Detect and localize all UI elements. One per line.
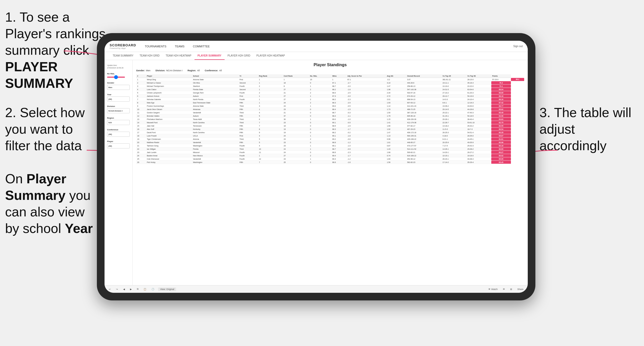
filters-row: Gender: Men Division: NCAA Division I Re… bbox=[136, 69, 524, 72]
toolbar-paste[interactable]: 📋 bbox=[142, 287, 148, 291]
sub-nav-team-h2h-heatmap[interactable]: TEAM H2H HEATMAP bbox=[163, 52, 195, 60]
sub-nav-player-summary[interactable]: PLAYER SUMMARY bbox=[195, 52, 225, 60]
cell-25-8: -1.6 bbox=[346, 161, 386, 164]
toolbar-right-section: 👁 Watch 👁 ⊞ Share bbox=[487, 287, 525, 291]
cell-17-7: 69.1 bbox=[331, 134, 346, 137]
cell-10-2: Vanderbilt bbox=[192, 111, 239, 114]
cell-1-4: 1 bbox=[258, 81, 283, 85]
toolbar-clock[interactable]: 🕐 bbox=[150, 287, 156, 291]
cell-13-13: 62.75 bbox=[491, 121, 511, 124]
cell-22-5: 24 bbox=[283, 151, 309, 154]
cell-0-0: 1 bbox=[136, 78, 146, 81]
cell-13-8: -0.5 bbox=[346, 121, 386, 124]
toolbar-forward[interactable]: ▶ bbox=[129, 287, 133, 291]
cell-1-2: Ole Miss bbox=[192, 81, 239, 85]
sub-nav-team-summary[interactable]: TEAM SUMMARY bbox=[110, 52, 137, 60]
cell-1-10: 440-26-6 bbox=[406, 81, 442, 85]
sub-nav-player-h2h-heatmap[interactable]: PLAYER H2H HEATMAP bbox=[253, 52, 288, 60]
cell-9-3: Fifth bbox=[239, 108, 258, 111]
cell-0-4: 1 bbox=[258, 78, 283, 81]
data-area: Player Standings Gender: Men Division: N… bbox=[133, 60, 528, 285]
cell-4-0: 5 bbox=[136, 91, 146, 94]
nav-committee[interactable]: COMMITTEE bbox=[192, 44, 211, 48]
cell-0-2: Arizona State bbox=[192, 78, 239, 81]
cell-18-12: 24-45-1 bbox=[466, 137, 491, 141]
cell-20-3: Fourth bbox=[239, 144, 258, 147]
toolbar-copy[interactable]: ⧉ bbox=[136, 287, 140, 291]
toolbar-grid[interactable]: ⊞ bbox=[509, 287, 513, 291]
cell-19-10: 448-85-27 bbox=[406, 141, 442, 144]
cell-24-5: 23 bbox=[283, 157, 309, 161]
cell-11-7: 68.4 bbox=[331, 114, 346, 118]
cell-15-7: 68.3 bbox=[331, 128, 346, 131]
toolbar-redo[interactable]: ↪ bbox=[115, 287, 119, 291]
nav-tournaments[interactable]: TOURNAMENTS bbox=[144, 44, 168, 48]
nav-teams[interactable]: TEAMS bbox=[174, 44, 186, 48]
col-avg-sg: Avg SG bbox=[386, 74, 406, 78]
cell-0-6: 15 bbox=[309, 78, 331, 81]
cell-25-4: 7 bbox=[258, 161, 283, 164]
cell-9-11: 20-14-5 bbox=[442, 108, 466, 111]
cell-20-7: 69.1 bbox=[331, 144, 346, 147]
cell-22-12: 26-27-2 bbox=[466, 151, 491, 154]
cell-4-9: 2.34 bbox=[386, 91, 406, 94]
cell-2-0: 3 bbox=[136, 85, 146, 88]
cell-22-3: Fourth bbox=[239, 151, 258, 154]
table-row: 13Phichakun MaichonTexas A&MThird630169.… bbox=[136, 118, 524, 121]
cell-10-3: Third bbox=[239, 111, 258, 114]
table-row: 11Gordon SargentVanderbiltThird421068.7-… bbox=[136, 111, 524, 114]
table-row: 22Ian GilliganFloridaThird1024168.7-0.91… bbox=[136, 147, 524, 151]
cell-17-2: UCLA bbox=[192, 134, 239, 137]
toolbar-view[interactable]: View: Original bbox=[158, 287, 176, 291]
cell-15-5: 19 bbox=[283, 128, 309, 131]
sub-nav-team-h2h-grid[interactable]: TEAM H2H GRID bbox=[137, 52, 163, 60]
cell-0-13: 57-23-0 bbox=[491, 78, 511, 81]
cell-17-9: 1.13 bbox=[386, 134, 406, 137]
sub-nav-player-h2h-grid[interactable]: PLAYER H2H GRID bbox=[225, 52, 253, 60]
region-label: Region bbox=[107, 117, 130, 119]
nav-sign-out[interactable]: Sign out bbox=[513, 45, 523, 48]
cell-4-2: Georgia Tech bbox=[192, 91, 239, 94]
player-select[interactable]: (All) bbox=[107, 143, 130, 148]
cell-25-2: Washington bbox=[192, 161, 239, 164]
cell-16-10: 406-172-16 bbox=[406, 131, 442, 134]
gender-select[interactable]: Men bbox=[107, 85, 130, 90]
toolbar-share[interactable]: Share bbox=[516, 287, 525, 291]
cell-22-13: 60.27 bbox=[491, 151, 511, 154]
toolbar-back[interactable]: ◀ bbox=[122, 287, 126, 291]
cell-24-6: 1 bbox=[309, 157, 331, 161]
cell-9-4: 1 bbox=[258, 108, 283, 111]
year-select[interactable]: (All) bbox=[107, 96, 130, 102]
cell-12-13: 63.83 bbox=[491, 118, 511, 121]
table-row: 15Jake HallTennesseeFifth718068.5-1.51.6… bbox=[136, 124, 524, 128]
cell-5-1: Jackson Koivun bbox=[146, 94, 192, 98]
cell-2-13: 73.1 bbox=[491, 85, 511, 88]
cell-19-6: 0 bbox=[309, 141, 331, 144]
cell-10-12: 47-40-3 bbox=[466, 111, 491, 114]
cell-23-11: 10-15-1 bbox=[442, 154, 466, 157]
cell-20-9: 0.87 bbox=[386, 144, 406, 147]
cell-21-0: 22 bbox=[136, 147, 146, 151]
cell-22-6: 0 bbox=[309, 151, 331, 154]
cell-16-13: 60.35 bbox=[491, 131, 511, 134]
no-rds-slider[interactable] bbox=[107, 77, 125, 78]
cell-23-6: 2 bbox=[309, 154, 331, 157]
toolbar-undo[interactable]: ↩ bbox=[108, 287, 112, 291]
cell-8-10: 412-221-24 bbox=[406, 104, 442, 108]
cell-14-2: Tennessee bbox=[192, 124, 239, 128]
cell-5-10: 674-33-12 bbox=[406, 94, 442, 98]
update-time-section: Update time: 27/03/2024 16:56:26 bbox=[107, 64, 130, 69]
tablet-screen: SCOREBOARD Powered by clippi TOURNAMENTS… bbox=[105, 41, 528, 293]
region-select[interactable]: N/A bbox=[107, 120, 130, 125]
toolbar-watch[interactable]: 👁 Watch bbox=[487, 287, 499, 291]
cell-7-2: East Tennessee State bbox=[192, 101, 239, 104]
filter-gender: Gender: Men bbox=[136, 69, 150, 72]
table-row: 20Matthew RiedelVanderbiltFifth523068.8-… bbox=[136, 141, 524, 144]
table-row: 5Christo LamprechtGeorgia TechFourth2212… bbox=[136, 91, 524, 94]
cell-24-4: 12 bbox=[258, 157, 283, 161]
toolbar-eye[interactable]: 👁 bbox=[501, 287, 506, 291]
cell-18-7: 69.2 bbox=[331, 137, 346, 141]
cell-9-12: 44-26-8 bbox=[466, 108, 491, 111]
conference-select[interactable]: (All) bbox=[107, 132, 130, 137]
division-select[interactable]: NCAA Division I bbox=[107, 108, 130, 113]
